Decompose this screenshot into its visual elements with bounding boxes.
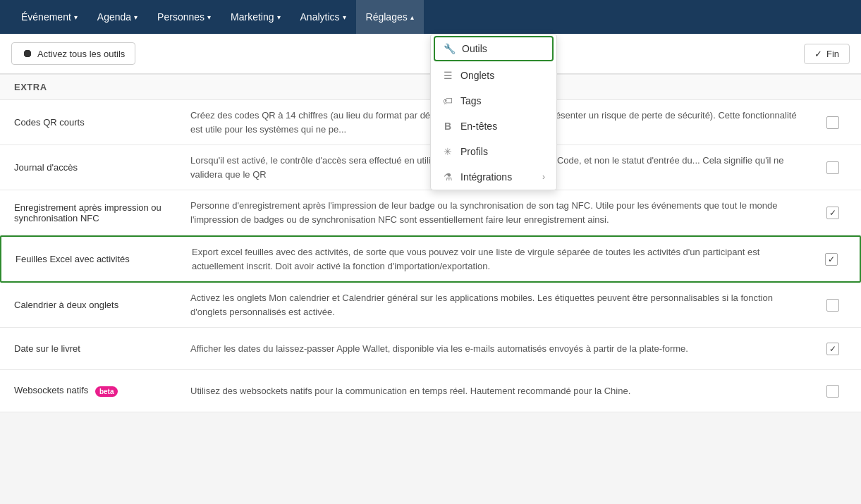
row-title: Journal d'accès [14,162,190,173]
table-row: Enregistrement après impression ou synch… [0,190,861,235]
checkbox-date-livret[interactable] [826,343,839,355]
reglages-dropdown: 🔧 Outils ☰ Onglets 🏷 Tags B En-têtes ✳ P… [430,34,557,190]
flask-icon: ⚗ [442,171,453,183]
asterisk-icon: ✳ [442,146,453,157]
nav-item-agenda[interactable]: Agenda ▾ [87,0,147,34]
table-row: Calendrier à deux onglets Activez les on… [0,283,861,328]
checkbox-calendrier-deux-onglets[interactable] [826,299,839,312]
table-row: Websockets natifs beta Utilisez des webs… [0,370,861,412]
activate-all-button[interactable]: ⏺ Activez tous les outils [11,42,135,65]
dropdown-item-outils[interactable]: 🔧 Outils [434,36,554,61]
row-checkbox[interactable] [819,207,847,219]
tag-icon: 🏷 [442,95,453,106]
checkbox-journal-acces[interactable] [826,161,839,174]
chevron-down-icon: ▾ [277,13,281,21]
checkbox-enregistrement-nfc[interactable] [826,207,839,219]
row-checkbox[interactable] [819,116,847,129]
toggle-icon: ⏺ [22,47,33,60]
row-checkbox[interactable] [819,343,847,355]
row-description: Personne d'enregistrement après l'impres… [190,199,819,226]
dropdown-item-tags[interactable]: 🏷 Tags [431,88,556,113]
row-title: Websockets natifs beta [14,385,190,396]
row-checkbox[interactable] [817,253,845,266]
nav-item-marketing[interactable]: Marketing ▾ [221,0,290,34]
row-title: Feuilles Excel avec activités [16,254,192,264]
wrench-icon: 🔧 [444,43,455,54]
nav-item-reglages[interactable]: Réglages ▴ [356,0,424,34]
row-checkbox[interactable] [819,385,847,398]
row-title: Date sur le livret [14,343,190,354]
row-description: Utilisez des websockets natifs pour la c… [190,384,819,398]
chevron-down-icon: ▾ [134,13,138,21]
row-checkbox[interactable] [819,299,847,312]
row-description: Activez les onglets Mon calendrier et Ca… [190,291,819,319]
chevron-down-icon: ▾ [343,13,346,21]
chevron-up-icon: ▴ [410,13,414,21]
beta-badge: beta [95,386,118,397]
nav-item-personnes[interactable]: Personnes ▾ [147,0,221,34]
list-icon: ☰ [442,70,453,81]
row-title: Codes QR courts [14,117,190,128]
checkmark-icon: ✓ [814,49,822,59]
table-row: Feuilles Excel avec activités Export exc… [0,235,861,283]
row-description: Export excel feuilles avec des activités… [192,245,817,273]
nav-item-analytics[interactable]: Analytics ▾ [291,0,356,34]
checkbox-feuilles-excel[interactable] [825,253,838,266]
bold-icon: B [442,121,453,132]
dropdown-item-onglets[interactable]: ☰ Onglets [431,63,556,88]
row-title: Enregistrement après impression ou synch… [14,202,190,223]
checkbox-codes-qr[interactable] [826,116,839,129]
dropdown-item-entetes[interactable]: B En-têtes [431,113,556,139]
top-navigation: Événement ▾ Agenda ▾ Personnes ▾ Marketi… [0,0,861,34]
dropdown-item-profils[interactable]: ✳ Profils [431,139,556,164]
dropdown-item-integrations[interactable]: ⚗ Intégrations › [431,164,556,190]
chevron-down-icon: ▾ [74,13,78,21]
table-row: Date sur le livret Afficher les dates du… [0,328,861,370]
row-description: Afficher les dates du laissez-passer App… [190,342,819,356]
fin-button[interactable]: ✓ Fin [804,44,850,64]
nav-item-evenement[interactable]: Événement ▾ [11,0,87,34]
chevron-right-icon: › [542,172,545,182]
row-title: Calendrier à deux onglets [14,300,190,310]
chevron-down-icon: ▾ [207,13,211,21]
row-checkbox[interactable] [819,161,847,174]
checkbox-websockets-natifs[interactable] [826,385,839,398]
